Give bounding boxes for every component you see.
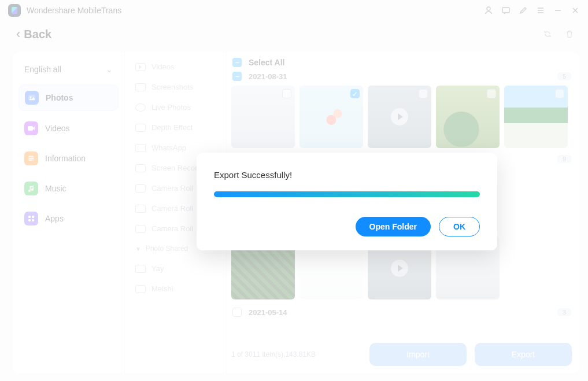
modal-actions: Open Folder OK (214, 217, 480, 236)
open-folder-button[interactable]: Open Folder (356, 217, 431, 236)
ok-button[interactable]: OK (439, 217, 480, 236)
ok-label: OK (453, 222, 465, 231)
modal-title: Export Successfully! (214, 170, 480, 180)
open-folder-label: Open Folder (369, 222, 417, 231)
progress-bar (214, 191, 480, 197)
export-success-modal: Export Successfully! Open Folder OK (197, 153, 497, 250)
